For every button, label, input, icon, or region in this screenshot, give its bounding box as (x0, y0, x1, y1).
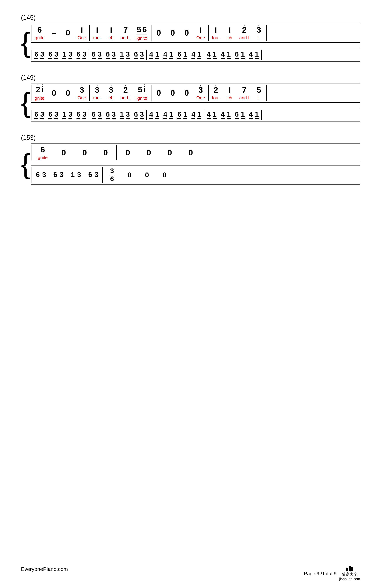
open-bar-bot-149 (31, 110, 31, 120)
b149-41-4: 4· 1· (204, 110, 219, 119)
note-5idot-ignite: 5 i ignite (133, 85, 151, 101)
note-0-149-3: 0 (152, 88, 166, 98)
bass-41-6: 4· 1· (247, 50, 261, 59)
bass-bar-145-2 (146, 50, 147, 60)
bass-63-4: 6· 3· (90, 50, 104, 59)
note-2i-gnite: 2 i gnite (32, 85, 47, 101)
bass-41-1: 4 1 (147, 50, 161, 59)
note-i-one: i One (75, 25, 89, 41)
note-56-ignite: 56 ignite (133, 25, 151, 41)
staff-lines-153: 6 gnite 0 0 0 0 (31, 143, 360, 185)
footer-site: jianpudq.com (339, 577, 360, 581)
b149-41-6: 4· 1· (247, 110, 261, 119)
note-2dot-andI: 2 and I (237, 25, 252, 41)
note-0-153-6: 0 (159, 148, 180, 157)
b149-41-1: 4 1 (147, 110, 161, 119)
open-bar-bot-153 (31, 167, 31, 183)
bass-63-6: 6· 3· (132, 50, 146, 59)
b149-63-1: 6· 3· (32, 110, 46, 119)
footer-logo: 简谱大全 jianpudq.com (339, 566, 360, 581)
section-153: (153) { 6 gnite 0 0 (21, 134, 360, 185)
open-bar-top-149 (31, 85, 31, 101)
bar-149-2 (151, 85, 152, 101)
b153-6dot-1: 6· 3 (32, 171, 50, 179)
bass-bar-145-1 (89, 50, 89, 60)
top-staff-149: 2 i gnite 0 0 3 One (31, 83, 360, 103)
note-3dot-one2-149: 3 One (194, 85, 208, 101)
note-0-4: 0 (180, 28, 194, 38)
footer: EveryonePiano.com Page 9 /Total 9 简谱大全 j… (0, 566, 381, 581)
section-145: (145) { 6 gnite – 0 (21, 14, 360, 62)
bass-61-2: 6 1 (233, 50, 247, 59)
note-7-andI-149: 7 and I (237, 85, 252, 101)
bass-41-4: 4· 1· (204, 50, 219, 59)
measure-number-153: (153) (21, 134, 360, 141)
section-wrapper-145: { 6 gnite – 0 (21, 23, 360, 62)
note-3dot-tou: 3 tou- (90, 85, 104, 101)
note-3dot-one-149: 3 One (75, 85, 89, 101)
bass-61-1: 6 1 (175, 50, 189, 59)
b149-63-3: 6· 3· (74, 110, 89, 119)
note-0-153-7: 0 (180, 148, 201, 157)
note-0-153-1: 0 (53, 148, 74, 157)
staff-lines-145: 6 gnite – 0 i One (31, 23, 360, 62)
b153-0-3: 0 (156, 171, 173, 179)
open-bar-bot-145 (31, 50, 31, 60)
note-6-gnite: 6 gnite (32, 25, 47, 41)
end-bar-149 (266, 85, 267, 101)
bar-145-3 (208, 25, 209, 41)
b149-41-5: 4· 1· (219, 110, 233, 119)
b149-63-5: 6· 3· (104, 110, 118, 119)
note-i-tou2: i tou- (209, 25, 223, 41)
note-6-gnite-153: 6 gnite (32, 145, 53, 160)
bar-153-1 (116, 145, 117, 160)
bass-13-1: 1 3· (60, 50, 74, 59)
section-wrapper-149: { 2 i gnite 0 (21, 83, 360, 122)
b149-bar-3 (204, 110, 204, 120)
note-0-1: 0 (61, 28, 75, 38)
note-0-153-5: 0 (138, 148, 159, 157)
b149-41-2: 4 1 (161, 110, 175, 119)
b149-bar-2 (146, 110, 147, 120)
b153-6-2: 6· 3 (50, 171, 67, 179)
note-dash: – (47, 28, 61, 38)
note-2dot-tou-149: 2 tou- (209, 85, 223, 101)
note-0-3: 0 (166, 28, 180, 38)
note-3dot-i: 3 i- (252, 25, 266, 41)
brace-145: { (21, 23, 31, 62)
note-i-ch2: i ch (223, 25, 237, 41)
footer-logo-text: 简谱大全 (342, 572, 358, 577)
bottom-staff-149: 6· 3· 6· 3· 1 3· (31, 108, 360, 122)
note-0-153-3: 0 (95, 148, 116, 157)
measure-number-149: (149) (21, 74, 360, 81)
b153-0-1: 0 (121, 171, 138, 179)
note-2dot-andI-149: 2 and I (118, 85, 133, 101)
note-i-tou: i tou- (90, 25, 104, 41)
note-3dot-ch: 3 ch (104, 85, 118, 101)
b149-63-4: 6· 3· (90, 110, 104, 119)
b153-36-stacked: 3 6· (103, 167, 121, 183)
bottom-staff-145: 6· 3· 6· 3· 1 3· (31, 48, 360, 62)
brace-153: { (21, 143, 31, 185)
note-7-andI: 7 and I (118, 25, 133, 41)
top-staff-153: 6 gnite 0 0 0 0 (31, 143, 360, 162)
end-bar-145 (266, 25, 267, 41)
b149-13-2: 1 3· (118, 110, 132, 119)
note-0-153-4: 0 (117, 148, 138, 157)
open-bar-top-153 (31, 145, 31, 160)
note-i-ch: i ch (104, 25, 118, 41)
note-0-2: 0 (152, 28, 166, 38)
footer-page-info: Page 9 /Total 9 (304, 571, 336, 576)
note-5-i-149: 5 i- (252, 85, 266, 101)
note-0-149-2: 0 (61, 88, 75, 98)
b149-13-1: 1 3· (60, 110, 74, 119)
note-i-ch-149: i ch (223, 85, 237, 101)
top-staff-145: 6 gnite – 0 i One (31, 23, 360, 42)
footer-right: Page 9 /Total 9 简谱大全 jianpudq.com (304, 566, 360, 581)
note-0-149-1: 0 (47, 88, 61, 98)
section-wrapper-153: { 6 gnite 0 0 0 (21, 143, 360, 185)
end-bass-bar-149 (261, 110, 262, 120)
b149-61-2: 6 1 (233, 110, 247, 119)
measure-number-145: (145) (21, 14, 360, 21)
footer-website: EveryonePiano.com (21, 566, 68, 581)
